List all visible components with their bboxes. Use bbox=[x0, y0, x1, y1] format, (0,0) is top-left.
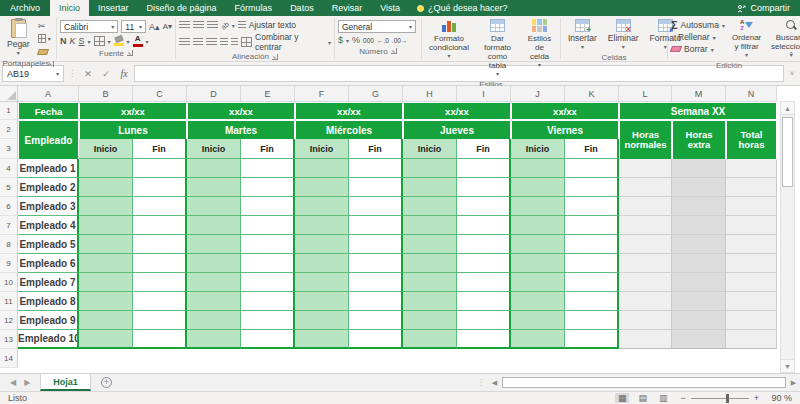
cell[interactable] bbox=[79, 197, 133, 216]
tab-splitter[interactable]: ⋮ bbox=[474, 374, 488, 391]
cell[interactable] bbox=[672, 273, 726, 292]
cell[interactable] bbox=[295, 178, 349, 197]
cell[interactable] bbox=[187, 197, 241, 216]
cell[interactable] bbox=[349, 292, 403, 311]
cell[interactable] bbox=[79, 330, 133, 349]
number-format-select[interactable]: General▾ bbox=[338, 20, 416, 33]
column-header-j[interactable]: J bbox=[511, 86, 565, 102]
zoom-slider-thumb[interactable] bbox=[726, 394, 729, 403]
cell[interactable] bbox=[726, 273, 777, 292]
cell-styles-button[interactable]: Estilos de celda▾ bbox=[522, 18, 557, 71]
sheet-tab-hoja1[interactable]: Hoja1 bbox=[40, 374, 91, 391]
cell[interactable] bbox=[619, 178, 672, 197]
cell[interactable] bbox=[79, 273, 133, 292]
copy-button[interactable]: ▾ bbox=[37, 33, 52, 44]
cell[interactable] bbox=[79, 254, 133, 273]
row-header-1[interactable]: 1 bbox=[0, 102, 18, 120]
cell[interactable] bbox=[726, 197, 777, 216]
cell[interactable] bbox=[295, 330, 349, 349]
cell[interactable] bbox=[133, 197, 187, 216]
cell[interactable] bbox=[79, 311, 133, 330]
cell[interactable] bbox=[403, 292, 457, 311]
dialog-launcher-icon[interactable] bbox=[391, 48, 397, 54]
cell-employee[interactable]: Empleado 4 bbox=[18, 216, 79, 235]
tab-datos[interactable]: Datos bbox=[281, 0, 323, 16]
cell-inicio[interactable]: Inicio bbox=[187, 139, 241, 159]
cell[interactable] bbox=[511, 254, 565, 273]
cell[interactable] bbox=[349, 178, 403, 197]
cell[interactable] bbox=[241, 254, 295, 273]
cell-fecha[interactable]: Fecha bbox=[18, 102, 79, 120]
cell[interactable] bbox=[241, 178, 295, 197]
cell[interactable] bbox=[511, 330, 565, 349]
enter-icon[interactable]: ✓ bbox=[98, 69, 114, 79]
scroll-up-icon[interactable]: ▲ bbox=[781, 102, 794, 115]
cell[interactable] bbox=[672, 311, 726, 330]
cell-fin[interactable]: Fin bbox=[457, 139, 511, 159]
cell[interactable] bbox=[619, 292, 672, 311]
cell[interactable] bbox=[295, 273, 349, 292]
cell[interactable] bbox=[619, 330, 672, 349]
cell[interactable] bbox=[457, 311, 511, 330]
cell[interactable] bbox=[619, 254, 672, 273]
cell[interactable] bbox=[726, 235, 777, 254]
cell[interactable] bbox=[457, 178, 511, 197]
cell[interactable] bbox=[241, 273, 295, 292]
cell[interactable] bbox=[511, 292, 565, 311]
merge-center-label[interactable]: Combinar y centrar bbox=[255, 32, 325, 52]
zoom-level[interactable]: 90 % bbox=[764, 393, 792, 403]
vertical-scrollbar[interactable]: ▲ ▼ bbox=[780, 101, 795, 373]
page-break-view-icon[interactable]: ▥ bbox=[656, 393, 671, 403]
cell-inicio[interactable]: Inicio bbox=[403, 139, 457, 159]
thousands-icon[interactable]: 000 bbox=[363, 37, 374, 44]
column-header-b[interactable]: B bbox=[79, 86, 133, 102]
cell[interactable] bbox=[726, 292, 777, 311]
prev-sheet-icon[interactable]: ◀ bbox=[10, 378, 16, 387]
cell[interactable] bbox=[133, 235, 187, 254]
cell[interactable] bbox=[349, 197, 403, 216]
cell[interactable] bbox=[457, 197, 511, 216]
cell[interactable] bbox=[403, 178, 457, 197]
row-header-12[interactable]: 12 bbox=[0, 311, 18, 330]
horizontal-scrollbar[interactable]: ◀ ▶ bbox=[488, 374, 800, 391]
cell[interactable] bbox=[295, 254, 349, 273]
percent-icon[interactable]: % bbox=[352, 35, 360, 45]
zoom-in-icon[interactable]: + bbox=[754, 393, 759, 403]
cell[interactable] bbox=[295, 159, 349, 178]
cell[interactable] bbox=[403, 330, 457, 349]
cell[interactable] bbox=[565, 330, 619, 349]
row-header-13[interactable]: 13 bbox=[0, 330, 18, 349]
column-header-l[interactable]: L bbox=[619, 86, 672, 102]
cell[interactable] bbox=[619, 197, 672, 216]
expand-formula-bar-icon[interactable]: ˅ bbox=[786, 70, 798, 77]
cell-day-martes[interactable]: Martes bbox=[187, 120, 295, 139]
currency-icon[interactable]: $ bbox=[338, 35, 343, 45]
tab-revisar[interactable]: Revisar bbox=[323, 0, 372, 16]
cell-date-lunes[interactable]: xx/xx bbox=[79, 102, 187, 120]
fill-color-icon[interactable] bbox=[114, 36, 124, 46]
cell-day-lunes[interactable]: Lunes bbox=[79, 120, 187, 139]
row-header-7[interactable]: 7 bbox=[0, 216, 18, 235]
cell[interactable] bbox=[133, 254, 187, 273]
scroll-down-icon[interactable]: ▼ bbox=[781, 359, 794, 372]
format-painter-button[interactable] bbox=[37, 46, 52, 57]
cell[interactable] bbox=[619, 235, 672, 254]
collapse-ribbon-icon[interactable]: ⌃ bbox=[788, 51, 794, 59]
cell[interactable] bbox=[295, 292, 349, 311]
dialog-launcher-icon[interactable] bbox=[127, 50, 133, 56]
column-header-n[interactable]: N bbox=[726, 86, 777, 102]
cell[interactable] bbox=[619, 159, 672, 178]
tab-formulas[interactable]: Fórmulas bbox=[226, 0, 282, 16]
cell[interactable] bbox=[403, 216, 457, 235]
cell[interactable] bbox=[511, 159, 565, 178]
cell[interactable] bbox=[672, 216, 726, 235]
cell[interactable] bbox=[79, 159, 133, 178]
cell[interactable] bbox=[295, 197, 349, 216]
cell[interactable] bbox=[79, 178, 133, 197]
tab-inicio[interactable]: Inicio bbox=[50, 0, 89, 16]
cell[interactable] bbox=[79, 235, 133, 254]
column-header-g[interactable]: G bbox=[349, 86, 403, 102]
increase-indent-icon[interactable] bbox=[231, 38, 239, 46]
cell[interactable] bbox=[457, 159, 511, 178]
row-header-14[interactable]: 14 bbox=[0, 349, 18, 368]
